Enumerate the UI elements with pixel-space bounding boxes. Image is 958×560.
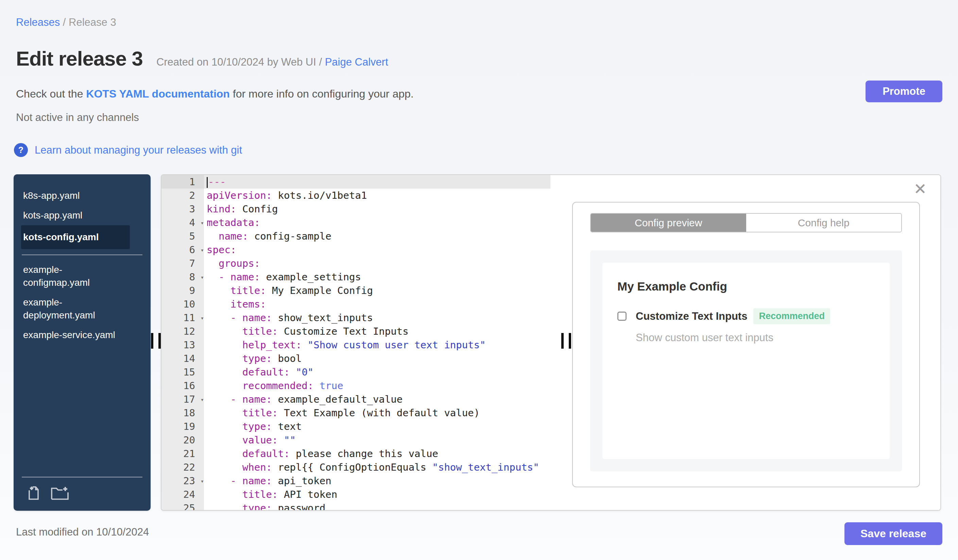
title-row: Edit release 3 Created on 10/10/2024 by …	[16, 47, 388, 70]
new-folder-icon[interactable]	[50, 485, 69, 501]
author-link[interactable]: Paige Calvert	[325, 56, 388, 68]
breadcrumb: Releases / Release 3	[16, 16, 116, 28]
sidebar-file-kots-config.yaml[interactable]: kots-config.yaml	[21, 225, 130, 249]
line-number: 22	[162, 460, 204, 474]
code-line-8[interactable]: 8▾ - name: example_settings	[162, 270, 550, 284]
code-line-2[interactable]: 2apiVersion: kots.io/v1beta1	[162, 188, 550, 202]
code-line-16[interactable]: 16 recommended: true	[162, 379, 550, 392]
sidebar-file-kots-app.yaml[interactable]: kots-app.yaml	[14, 206, 122, 225]
code-line-7[interactable]: 7 groups:	[162, 256, 550, 270]
config-item-row: Customize Text Inputs Recommended	[617, 308, 875, 324]
config-group-card: My Example Config Customize Text Inputs …	[603, 263, 890, 459]
edit-release-page: Releases / Release 3 Edit release 3 Crea…	[0, 0, 958, 560]
code-line-4[interactable]: 4▾metadata:	[162, 216, 550, 229]
line-number: 1	[162, 175, 204, 188]
code-line-19[interactable]: 19 type: text	[162, 420, 550, 433]
customize-text-inputs-checkbox[interactable]	[617, 312, 627, 321]
workbench: k8s-app.yamlkots-app.yamlkots-config.yam…	[14, 174, 941, 511]
code-line-25[interactable]: 25 type: password	[162, 501, 550, 511]
line-number: 7	[162, 256, 204, 270]
line-number: 10	[162, 297, 204, 311]
breadcrumb-current: Release 3	[69, 16, 116, 28]
line-number: 13	[162, 338, 204, 352]
new-file-icon[interactable]	[27, 485, 43, 501]
git-help-link[interactable]: Learn about managing your releases with …	[35, 144, 242, 156]
sidebar-file-k8s-app.yaml[interactable]: k8s-app.yaml	[14, 186, 122, 206]
code-line-3[interactable]: 3kind: Config	[162, 202, 550, 216]
code-line-12[interactable]: 12 title: Customize Text Inputs	[162, 324, 550, 338]
kots-yaml-docs-link[interactable]: KOTS YAML documentation	[86, 88, 230, 100]
config-item-help-text: Show custom user text inputs	[636, 332, 875, 344]
code-line-20[interactable]: 20 value: ""	[162, 433, 550, 447]
config-preview-pane: ✕ Config preview Config help My Example …	[550, 175, 940, 510]
close-icon[interactable]: ✕	[914, 181, 927, 197]
line-number: 21	[162, 447, 204, 460]
sidebar-file-example-deployment.yaml[interactable]: example-deployment.yaml	[14, 293, 122, 325]
fold-arrow-icon[interactable]: ▾	[201, 271, 204, 284]
code-line-9[interactable]: 9 title: My Example Config	[162, 284, 550, 297]
created-info: Created on 10/10/2024 by Web UI / Paige …	[156, 56, 388, 68]
breadcrumb-releases-link[interactable]: Releases	[16, 16, 60, 28]
code-line-15[interactable]: 15 default: "0"	[162, 365, 550, 379]
code-line-13[interactable]: 13 help_text: "Show custom user text inp…	[162, 338, 550, 352]
line-number: 16	[162, 379, 204, 392]
line-number: 19	[162, 420, 204, 433]
code-line-11[interactable]: 11▾ - name: show_text_inputs	[162, 311, 550, 324]
code-line-24[interactable]: 24 title: API token	[162, 487, 550, 501]
code-line-23[interactable]: 23▾ - name: api_token	[162, 474, 550, 487]
promote-button[interactable]: Promote	[866, 81, 942, 102]
fold-arrow-icon[interactable]: ▾	[201, 393, 204, 406]
code-line-6[interactable]: 6▾spec:	[162, 243, 550, 256]
line-number: 15	[162, 365, 204, 379]
code-line-14[interactable]: 14 type: bool	[162, 352, 550, 365]
line-number: 2	[162, 188, 204, 202]
line-number: 11▾	[162, 311, 204, 324]
code-line-10[interactable]: 10 items:	[162, 297, 550, 311]
code-line-1[interactable]: 1---	[162, 175, 550, 188]
config-item-label[interactable]: Customize Text Inputs	[636, 310, 747, 323]
question-circle-icon: ?	[14, 143, 28, 157]
line-number: 25	[162, 501, 204, 511]
line-number: 9	[162, 284, 204, 297]
docs-prefix: Check out the	[16, 88, 86, 100]
line-number: 24	[162, 487, 204, 501]
git-help-row: ? Learn about managing your releases wit…	[14, 143, 242, 157]
sidebar-file-example-configmap.yaml[interactable]: example-configmap.yaml	[14, 260, 122, 293]
created-text: Created on 10/10/2024 by Web UI /	[156, 56, 325, 68]
tab-config-help[interactable]: Config help	[746, 214, 902, 232]
page-title: Edit release 3	[16, 47, 143, 70]
code-line-22[interactable]: 22 when: repl{{ ConfigOptionEquals "show…	[162, 460, 550, 474]
last-modified-text: Last modified on 10/10/2024	[16, 526, 149, 538]
sidebar-footer	[14, 471, 151, 511]
fold-arrow-icon[interactable]: ▾	[201, 475, 204, 487]
tab-config-preview[interactable]: Config preview	[591, 214, 746, 232]
code-lines[interactable]: 1---2apiVersion: kots.io/v1beta13kind: C…	[162, 175, 550, 511]
sidebar-file-example-service.yaml[interactable]: example-service.yaml	[14, 325, 122, 345]
line-number: 23▾	[162, 474, 204, 487]
recommended-badge: Recommended	[753, 308, 830, 324]
line-number: 14	[162, 352, 204, 365]
docs-suffix: for more info on configuring your app.	[230, 88, 414, 100]
save-release-button[interactable]: Save release	[844, 522, 942, 545]
fold-arrow-icon[interactable]: ▾	[201, 244, 204, 256]
line-number: 20	[162, 433, 204, 447]
file-list-top: k8s-app.yamlkots-app.yamlkots-config.yam…	[14, 186, 151, 249]
code-line-5[interactable]: 5 name: config-sample	[162, 229, 550, 243]
fold-arrow-icon[interactable]: ▾	[201, 312, 204, 324]
pane-resize-handle-right[interactable]	[561, 333, 578, 349]
fold-arrow-icon[interactable]: ▾	[201, 217, 204, 229]
code-line-18[interactable]: 18 title: Text Example (with default val…	[162, 406, 550, 420]
code-line-17[interactable]: 17▾ - name: example_default_value	[162, 392, 550, 406]
breadcrumb-separator: /	[60, 16, 69, 28]
line-number: 3	[162, 202, 204, 216]
line-number: 12	[162, 324, 204, 338]
line-number: 18	[162, 406, 204, 420]
line-number: 8▾	[162, 270, 204, 284]
file-sidebar: k8s-app.yamlkots-app.yamlkots-config.yam…	[14, 174, 151, 511]
line-number: 4▾	[162, 216, 204, 229]
sidebar-footer-divider	[22, 477, 143, 478]
yaml-editor: 1---2apiVersion: kots.io/v1beta13kind: C…	[161, 174, 941, 511]
code-line-21[interactable]: 21 default: please change this value	[162, 447, 550, 460]
config-render-area: My Example Config Customize Text Inputs …	[590, 250, 902, 471]
file-list-divider	[22, 255, 143, 255]
